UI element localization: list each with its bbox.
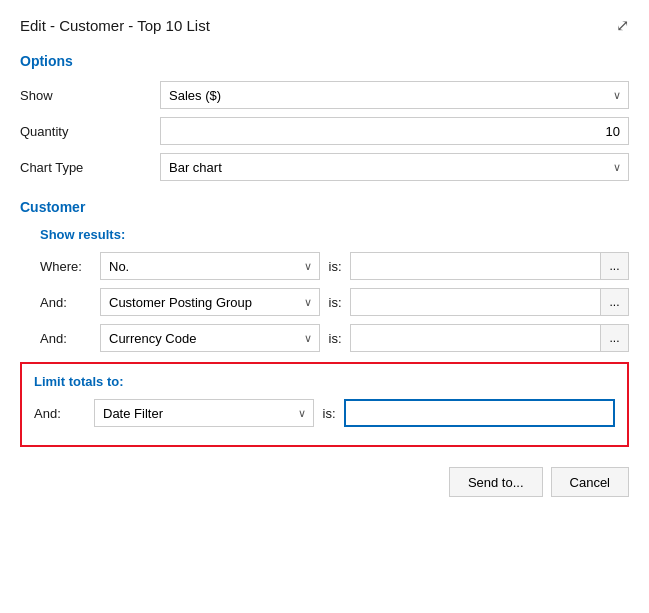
and3-value-input[interactable] (344, 399, 615, 427)
and2-field-wrapper: Currency Code No. Name City (100, 324, 320, 352)
and3-field-select[interactable]: Date Filter No. Name (94, 399, 314, 427)
where-browse-button[interactable]: ... (601, 252, 629, 280)
expand-icon[interactable]: ⤢ (616, 16, 629, 35)
quantity-field-wrapper (160, 117, 629, 145)
and2-is-label: is: (320, 331, 350, 346)
where-row: Where: No. Name City Contact is: ... (20, 252, 629, 280)
chart-type-select[interactable]: Bar chart Pie chart Line chart (160, 153, 629, 181)
where-value-input[interactable] (350, 252, 601, 280)
show-select[interactable]: Sales ($) Sales (LCY) Profit ($) Sales Q… (160, 81, 629, 109)
show-select-wrapper: Sales ($) Sales (LCY) Profit ($) Sales Q… (160, 81, 629, 109)
options-section: Options Show Sales ($) Sales (LCY) Profi… (20, 53, 629, 181)
options-section-title: Options (20, 53, 629, 69)
chart-type-row: Chart Type Bar chart Pie chart Line char… (20, 153, 629, 181)
show-results-label: Show results: (20, 227, 629, 242)
and2-value-wrapper: ... (350, 324, 629, 352)
where-select-wrapper: No. Name City Contact (100, 252, 320, 280)
and1-value-input[interactable] (350, 288, 601, 316)
where-field-select[interactable]: No. Name City Contact (100, 252, 320, 280)
show-label: Show (20, 88, 160, 103)
and3-label: And: (34, 406, 94, 421)
and1-is-label: is: (320, 295, 350, 310)
and2-label: And: (40, 331, 100, 346)
and2-value-input[interactable] (350, 324, 601, 352)
chart-type-field-wrapper: Bar chart Pie chart Line chart (160, 153, 629, 181)
and3-value-wrapper (344, 399, 615, 427)
dialog-container: Edit - Customer - Top 10 List ⤢ Options … (0, 0, 649, 613)
and1-label: And: (40, 295, 100, 310)
and3-field-wrapper: Date Filter No. Name (94, 399, 314, 427)
chart-type-select-wrapper: Bar chart Pie chart Line chart (160, 153, 629, 181)
where-value-wrapper: ... (350, 252, 629, 280)
where-label: Where: (40, 259, 100, 274)
customer-section: Customer Show results: Where: No. Name C… (20, 199, 629, 352)
and3-is-label: is: (314, 406, 344, 421)
quantity-row: Quantity (20, 117, 629, 145)
and2-browse-button[interactable]: ... (601, 324, 629, 352)
and1-row: And: Customer Posting Group No. Name Cit… (20, 288, 629, 316)
show-field-wrapper: Sales ($) Sales (LCY) Profit ($) Sales Q… (160, 81, 629, 109)
and1-select-wrapper: Customer Posting Group No. Name City (100, 288, 320, 316)
and2-row: And: Currency Code No. Name City is: ... (20, 324, 629, 352)
footer-buttons: Send to... Cancel (20, 467, 629, 497)
send-to-button[interactable]: Send to... (449, 467, 543, 497)
and3-select-wrapper: Date Filter No. Name (94, 399, 314, 427)
quantity-input[interactable] (160, 117, 629, 145)
dialog-title: Edit - Customer - Top 10 List (20, 17, 210, 34)
customer-section-title: Customer (20, 199, 629, 215)
where-is-label: is: (320, 259, 350, 274)
and1-value-wrapper: ... (350, 288, 629, 316)
limit-section: Limit totals to: And: Date Filter No. Na… (20, 362, 629, 447)
and1-field-wrapper: Customer Posting Group No. Name City (100, 288, 320, 316)
and3-row: And: Date Filter No. Name is: (34, 399, 615, 427)
and1-field-select[interactable]: Customer Posting Group No. Name City (100, 288, 320, 316)
quantity-label: Quantity (20, 124, 160, 139)
cancel-button[interactable]: Cancel (551, 467, 629, 497)
limit-section-title: Limit totals to: (34, 374, 615, 389)
show-row: Show Sales ($) Sales (LCY) Profit ($) Sa… (20, 81, 629, 109)
dialog-header: Edit - Customer - Top 10 List ⤢ (20, 16, 629, 35)
and1-browse-button[interactable]: ... (601, 288, 629, 316)
chart-type-label: Chart Type (20, 160, 160, 175)
and2-select-wrapper: Currency Code No. Name City (100, 324, 320, 352)
and2-field-select[interactable]: Currency Code No. Name City (100, 324, 320, 352)
where-field-wrapper: No. Name City Contact (100, 252, 320, 280)
